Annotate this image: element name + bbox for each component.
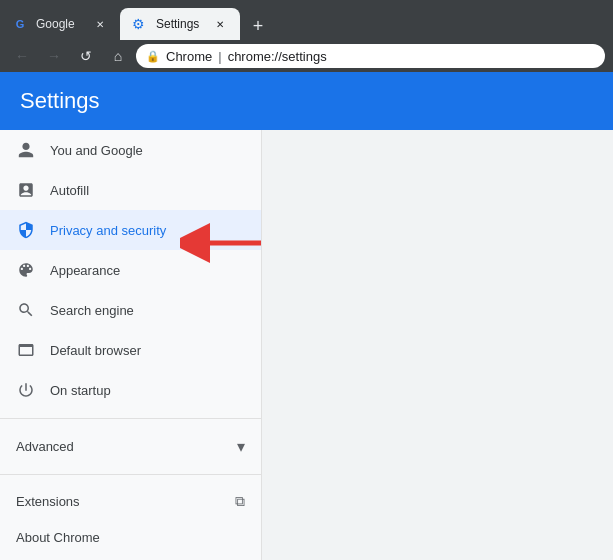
settings-page: Settings You and Google Autofill xyxy=(0,72,613,560)
advanced-label: Advanced xyxy=(16,439,74,454)
sidebar-item-search-engine[interactable]: Search engine xyxy=(0,290,261,330)
sidebar-item-you-and-google[interactable]: You and Google xyxy=(0,130,261,170)
power-icon xyxy=(16,380,36,400)
address-separator: | xyxy=(218,49,221,64)
browser-icon xyxy=(16,340,36,360)
refresh-button[interactable]: ↺ xyxy=(72,42,100,70)
external-link-icon: ⧉ xyxy=(235,493,245,510)
sidebar-label-search-engine: Search engine xyxy=(50,303,134,318)
sidebar-label-default-browser: Default browser xyxy=(50,343,141,358)
sidebar-label-appearance: Appearance xyxy=(50,263,120,278)
sidebar-divider-1 xyxy=(0,418,261,419)
shield-icon xyxy=(16,220,36,240)
tab-bar: G Google ✕ ⚙ Settings ✕ + xyxy=(0,0,613,40)
sidebar-label-on-startup: On startup xyxy=(50,383,111,398)
palette-icon xyxy=(16,260,36,280)
google-tab-close[interactable]: ✕ xyxy=(92,16,108,32)
settings-favicon: ⚙ xyxy=(132,16,148,32)
sidebar-item-appearance[interactable]: Appearance xyxy=(0,250,261,290)
settings-header: Settings xyxy=(0,72,613,130)
google-tab-title: Google xyxy=(36,17,84,31)
forward-button[interactable]: → xyxy=(40,42,68,70)
sidebar-advanced[interactable]: Advanced ▾ xyxy=(0,427,261,466)
google-tab[interactable]: G Google ✕ xyxy=(0,8,120,40)
lock-icon: 🔒 xyxy=(146,50,160,63)
settings-body: You and Google Autofill Privacy and secu… xyxy=(0,130,613,560)
search-icon xyxy=(16,300,36,320)
sidebar-item-on-startup[interactable]: On startup xyxy=(0,370,261,410)
browser-chrome: G Google ✕ ⚙ Settings ✕ + ← → ↺ ⌂ 🔒 Chro… xyxy=(0,0,613,72)
address-bar[interactable]: 🔒 Chrome | chrome://settings xyxy=(136,44,605,68)
settings-content xyxy=(262,130,613,560)
settings-title: Settings xyxy=(20,88,100,113)
settings-sidebar: You and Google Autofill Privacy and secu… xyxy=(0,130,262,560)
sidebar-item-autofill[interactable]: Autofill xyxy=(0,170,261,210)
address-host: Chrome xyxy=(166,49,212,64)
sidebar-item-extensions[interactable]: Extensions ⧉ xyxy=(0,483,261,520)
google-favicon: G xyxy=(12,16,28,32)
home-button[interactable]: ⌂ xyxy=(104,42,132,70)
sidebar-label-privacy-and-security: Privacy and security xyxy=(50,223,166,238)
about-chrome-label: About Chrome xyxy=(16,530,100,545)
sidebar-label-you-and-google: You and Google xyxy=(50,143,143,158)
sidebar-item-privacy-and-security[interactable]: Privacy and security xyxy=(0,210,261,250)
sidebar-item-about-chrome[interactable]: About Chrome xyxy=(0,520,261,555)
chevron-down-icon: ▾ xyxy=(237,437,245,456)
autofill-icon xyxy=(16,180,36,200)
settings-tab-close[interactable]: ✕ xyxy=(212,16,228,32)
back-button[interactable]: ← xyxy=(8,42,36,70)
address-url: chrome://settings xyxy=(228,49,327,64)
settings-tab-title: Settings xyxy=(156,17,204,31)
extensions-label: Extensions xyxy=(16,494,80,509)
google-g-icon: G xyxy=(16,18,25,30)
new-tab-button[interactable]: + xyxy=(244,12,272,40)
settings-tab[interactable]: ⚙ Settings ✕ xyxy=(120,8,240,40)
person-icon xyxy=(16,140,36,160)
sidebar-divider-2 xyxy=(0,474,261,475)
sidebar-item-default-browser[interactable]: Default browser xyxy=(0,330,261,370)
toolbar: ← → ↺ ⌂ 🔒 Chrome | chrome://settings xyxy=(0,40,613,72)
sidebar-label-autofill: Autofill xyxy=(50,183,89,198)
